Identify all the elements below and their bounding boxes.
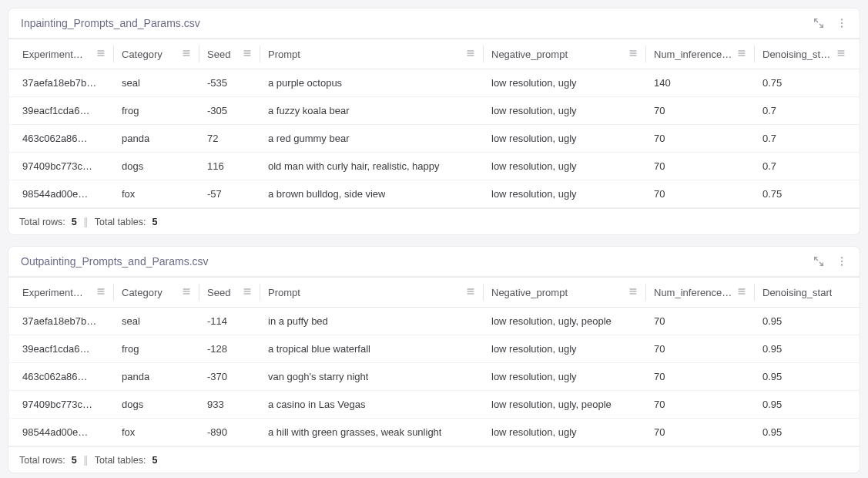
column-header-num[interactable]: Num_inference…: [646, 287, 754, 298]
cell-value: fox: [122, 426, 135, 438]
column-menu-icon[interactable]: [836, 49, 846, 60]
table-row[interactable]: 97409bc773c…dogs116old man with curly ha…: [8, 153, 860, 180]
table-row[interactable]: 37aefa18eb7b…seal-114in a puffy bedlow r…: [8, 308, 860, 335]
column-menu-icon[interactable]: [628, 49, 638, 60]
cell-cat: dogs: [114, 160, 199, 172]
cell-value: 72: [207, 133, 218, 144]
table-row[interactable]: 37aefa18eb7b…seal-535a purple octopuslow…: [8, 69, 860, 97]
column-header-seed[interactable]: Seed: [199, 287, 260, 298]
cell-prompt: van gogh's starry night: [260, 371, 483, 382]
cell-value: 0.7: [762, 105, 776, 116]
table-row[interactable]: 39eacf1cda6…frog-128a tropical blue wate…: [8, 335, 860, 363]
column-menu-icon[interactable]: [96, 287, 106, 298]
cell-value: 933: [207, 399, 224, 410]
column-menu-icon[interactable]: [737, 287, 746, 298]
cell-value: 116: [207, 160, 224, 172]
cell-den: 0.95: [755, 399, 853, 410]
cell-den: 0.95: [755, 426, 853, 438]
cell-prompt: in a puffy bed: [260, 315, 483, 327]
table-row[interactable]: 98544ad00e…fox-890a hill with green gras…: [8, 419, 860, 446]
table-row[interactable]: 463c062a86…panda-370van gogh's starry ni…: [8, 363, 860, 391]
table-row[interactable]: 98544ad00e…fox-57a brown bulldog, side v…: [8, 180, 860, 208]
cell-seed: -535: [199, 77, 260, 89]
cell-value: 70: [654, 188, 665, 200]
panel-header: Outpainting_Prompts_and_Params.csv: [8, 247, 860, 277]
cell-neg: low resolution, ugly: [484, 343, 645, 355]
cell-cat: seal: [114, 77, 199, 89]
column-menu-icon[interactable]: [96, 49, 106, 60]
cell-value: -370: [207, 371, 227, 382]
column-header-neg[interactable]: Negative_prompt: [484, 287, 645, 298]
more-options-icon[interactable]: [835, 254, 849, 268]
cell-value: 37aefa18eb7b…: [22, 315, 96, 327]
table-row[interactable]: 97409bc773c…dogs933a casino in Las Vegas…: [8, 391, 860, 419]
column-header-cat[interactable]: Category: [114, 287, 199, 298]
column-label: Num_inference…: [654, 287, 732, 298]
cell-prompt: a purple octopus: [260, 77, 483, 89]
column-header-prompt[interactable]: Prompt: [260, 49, 483, 60]
column-header-cat[interactable]: Category: [114, 49, 199, 60]
footer-rows-label: Total rows:: [19, 217, 65, 227]
cell-value: low resolution, ugly, people: [491, 315, 612, 327]
column-menu-icon[interactable]: [466, 49, 475, 60]
column-menu-icon[interactable]: [182, 287, 191, 298]
table-row[interactable]: 463c062a86…panda72a red gummy bearlow re…: [8, 125, 860, 153]
cell-value: 97409bc773c…: [22, 399, 92, 410]
cell-value: in a puffy bed: [268, 315, 328, 327]
cell-value: frog: [122, 105, 139, 116]
cell-value: panda: [122, 133, 149, 144]
cell-seed: -305: [199, 105, 260, 116]
cell-value: low resolution, ugly: [491, 77, 577, 89]
column-menu-icon[interactable]: [182, 49, 191, 60]
footer-rows-value: 5: [72, 217, 77, 227]
cell-value: seal: [122, 315, 140, 327]
more-options-icon[interactable]: [835, 16, 849, 30]
footer-tables-label: Total tables:: [95, 217, 146, 227]
column-menu-icon[interactable]: [737, 49, 746, 60]
cell-value: -57: [207, 188, 222, 200]
column-label: Seed: [207, 287, 230, 298]
cell-seed: -57: [199, 188, 260, 200]
column-label: Num_inference…: [654, 49, 732, 60]
expand-icon[interactable]: [812, 16, 826, 30]
column-header-seed[interactable]: Seed: [199, 49, 260, 60]
panel-footer: Total rows: 5‖Total tables: 5: [8, 208, 860, 234]
cell-exp: 463c062a86…: [15, 371, 113, 382]
cell-value: -535: [207, 77, 227, 89]
cell-den: 0.75: [755, 188, 853, 200]
table-header: Experiment…CategorySeedPromptNegative_pr…: [8, 277, 860, 308]
column-header-num[interactable]: Num_inference…: [646, 49, 754, 60]
table-row[interactable]: 39eacf1cda6…frog-305a fuzzy koala bearlo…: [8, 97, 860, 125]
cell-exp: 98544ad00e…: [15, 188, 113, 200]
cell-cat: frog: [114, 343, 199, 355]
column-header-prompt[interactable]: Prompt: [260, 287, 483, 298]
cell-cat: frog: [114, 105, 199, 116]
expand-icon[interactable]: [812, 254, 826, 268]
cell-exp: 39eacf1cda6…: [15, 105, 113, 116]
cell-value: old man with curly hair, realistic, happ…: [268, 160, 440, 172]
column-header-neg[interactable]: Negative_prompt: [484, 49, 645, 60]
cell-value: dogs: [122, 160, 143, 172]
column-header-den[interactable]: Denoising_start: [755, 287, 853, 298]
cell-neg: low resolution, ugly, people: [484, 315, 645, 327]
cell-value: 70: [654, 160, 665, 172]
column-menu-icon[interactable]: [243, 287, 252, 298]
cell-num: 70: [646, 133, 754, 144]
column-header-exp[interactable]: Experiment…: [15, 287, 113, 298]
cell-value: 70: [654, 105, 665, 116]
column-menu-icon[interactable]: [466, 287, 475, 298]
column-header-den[interactable]: Denoising_start: [755, 49, 853, 60]
cell-prompt: a brown bulldog, side view: [260, 188, 483, 200]
column-label: Experiment…: [22, 49, 83, 60]
cell-den: 0.7: [755, 133, 853, 144]
panel-header: Inpainting_Prompts_and_Params.csv: [8, 8, 860, 39]
column-header-exp[interactable]: Experiment…: [15, 49, 113, 60]
cell-value: panda: [122, 371, 149, 382]
cell-value: 140: [654, 77, 671, 89]
cell-den: 0.75: [755, 77, 853, 89]
column-menu-icon[interactable]: [628, 287, 638, 298]
cell-cat: fox: [114, 426, 199, 438]
cell-value: frog: [122, 343, 139, 355]
column-menu-icon[interactable]: [243, 49, 252, 60]
footer-rows-label: Total rows:: [19, 455, 65, 466]
